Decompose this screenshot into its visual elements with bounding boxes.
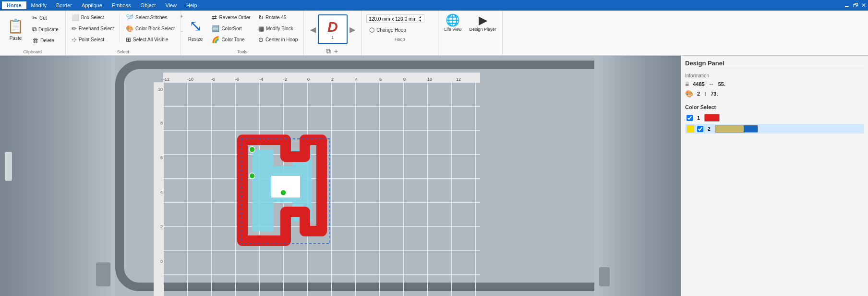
color-row-2[interactable]: 2	[685, 124, 864, 134]
color-2-swatch-part1	[715, 125, 744, 132]
menu-emboss[interactable]: Emboss	[107, 1, 136, 9]
ruler-mark: 8	[160, 121, 163, 125]
delete-icon: 🗑	[32, 37, 38, 44]
selection-handle	[249, 147, 255, 152]
select-stitches-button[interactable]: 🪡 Select Stitches	[123, 12, 178, 23]
color-1-num: 1	[695, 115, 702, 121]
menu-applique[interactable]: Applique	[77, 1, 107, 9]
modify-block-icon: ▦	[258, 25, 264, 32]
color-2-swatch-part2	[744, 125, 758, 132]
reverse-order-icon: ⇄	[212, 14, 217, 21]
freehand-select-icon: ✏	[72, 25, 77, 32]
height-arrow-icon: ↕	[704, 90, 707, 97]
machine-left-panel	[0, 56, 115, 296]
menu-help[interactable]: Help	[181, 1, 202, 9]
info-label: Information	[685, 73, 864, 78]
design-thumbnail[interactable]: D 1	[318, 14, 348, 44]
clipboard-group: 📋 Paste ✂ Cut ⧉ Duplicate 🗑 Delete Clipb…	[0, 11, 66, 55]
color-row-1[interactable]: 1	[685, 113, 864, 123]
clipboard-label: Clipboard	[0, 49, 65, 54]
maximize-icon[interactable]: 🗗	[853, 2, 858, 9]
color-1-checkbox[interactable]	[687, 115, 693, 121]
hoop-size-up-icon[interactable]: ▲	[419, 15, 422, 19]
center-in-hoop-button[interactable]: ⊙ Center in Hoop	[255, 35, 301, 45]
change-hoop-icon: ⬡	[369, 26, 374, 34]
height-value: 73.	[711, 91, 718, 97]
color-2-yellow-indicator	[687, 125, 694, 133]
close-icon[interactable]: ✕	[861, 2, 866, 9]
ruler-mark: 4	[355, 77, 358, 82]
box-select-button[interactable]: ⬜ Box Select	[69, 12, 117, 23]
modify-block-button[interactable]: ▦ Modify Block	[255, 24, 301, 34]
change-hoop-button[interactable]: ⬡ Change Hoop	[366, 25, 424, 35]
design-player-button[interactable]: ▶ Design Player	[467, 12, 499, 34]
ruler-mark: -4	[259, 77, 263, 82]
color-block-select-button[interactable]: 🎨 Color Block Select	[123, 24, 178, 34]
duplicate-button[interactable]: ⧉ Duplicate	[29, 24, 61, 35]
ribbon: 📋 Paste ✂ Cut ⧉ Duplicate 🗑 Delete Clipb…	[0, 11, 868, 56]
hoop-size-value: 120.0 mm x 120.0 mm	[369, 16, 416, 22]
hoop-size-arrows[interactable]: ▲ ▼	[419, 15, 422, 22]
design-num: 1	[331, 35, 334, 40]
menu-object[interactable]: Object	[136, 1, 161, 9]
cut-icon: ✂	[32, 14, 37, 22]
ruler-mark: 0	[307, 77, 310, 82]
design-scroll-right-icon[interactable]: ▶	[350, 25, 355, 34]
hoop-size-down-icon[interactable]: ▼	[419, 19, 422, 22]
color-sort-icon: 🔤	[212, 25, 219, 32]
stitch-count-value: 4485	[693, 81, 704, 87]
ruler-mark: 6	[160, 155, 163, 160]
stitch-count-icon: ≡	[685, 80, 689, 88]
color-count-value: 2	[697, 91, 700, 97]
paste-button[interactable]: 📋 Paste	[3, 12, 28, 46]
reverse-order-button[interactable]: ⇄ Reverse Order	[209, 12, 253, 23]
select-all-visible-button[interactable]: ⊞ Select All Visible	[123, 35, 178, 45]
embroidery-canvas[interactable]	[163, 82, 480, 296]
canvas-area[interactable]: -12 -10 -8 -6 -4 -2 0 2 4 6 8 10 12 10 8…	[0, 56, 681, 296]
color-2-swatch	[715, 125, 758, 133]
color-tone-icon: 🌈	[212, 36, 219, 43]
freehand-select-button[interactable]: ✏ Freehand Select	[69, 24, 117, 34]
design-letter: D	[327, 19, 338, 35]
view-group: 🌐 Life View ▶ Design Player	[438, 11, 502, 55]
delete-button[interactable]: 🗑 Delete	[29, 36, 61, 46]
cut-button[interactable]: ✂ Cut	[29, 13, 61, 23]
center-in-hoop-icon: ⊙	[258, 36, 264, 43]
color-sort-button[interactable]: 🔤 ColorSort	[209, 24, 253, 34]
ruler-mark: 6	[379, 77, 382, 82]
machine-right-panel	[594, 56, 681, 296]
paste-icon: 📋	[7, 18, 24, 34]
right-panel: Design Panel Information ≡ 4485 ↔ 55. 🎨 …	[681, 56, 868, 296]
ruler-left: 10 8 6 4 2 0	[154, 82, 163, 296]
minimize-icon[interactable]: 🗕	[844, 2, 850, 9]
ruler-mark: -12	[163, 77, 169, 82]
menu-modify[interactable]: Modify	[26, 1, 51, 9]
ruler-mark: 12	[456, 77, 461, 82]
width-arrow-icon: ↔	[709, 81, 714, 87]
resize-button[interactable]: ⤡ Resize	[184, 12, 207, 46]
design-add-icon[interactable]: ＋	[333, 47, 339, 56]
hoop-size-dropdown[interactable]: 120.0 mm x 120.0 mm ▲ ▼	[366, 14, 424, 23]
rotate45-button[interactable]: ↻ Rotate 45	[255, 12, 301, 23]
ruler-mark: 4	[160, 190, 163, 195]
life-view-button[interactable]: 🌐 Life View	[441, 12, 464, 34]
design-scroll-left-icon[interactable]: ◀	[310, 25, 316, 34]
machine-arm-right	[599, 267, 610, 286]
menu-home[interactable]: Home	[2, 1, 26, 9]
point-select-button[interactable]: ⊹ Point Select	[69, 35, 117, 45]
resize-icon: ⤡	[189, 17, 202, 35]
select-group: ⬜ Box Select ✏ Freehand Select ⊹ Point S…	[66, 11, 181, 55]
menu-view[interactable]: View	[160, 1, 181, 9]
design-copy-icon[interactable]: ⧉	[326, 47, 331, 56]
color-tone-button[interactable]: 🌈 Color Tone	[209, 35, 253, 45]
ruler-mark: 2	[331, 77, 334, 82]
color-2-checkbox[interactable]	[697, 126, 703, 132]
duplicate-icon: ⧉	[32, 25, 36, 33]
design-player-icon: ▶	[479, 14, 487, 26]
menu-bar: Home Modify Border Applique Emboss Objec…	[0, 0, 868, 11]
rotate45-icon: ↻	[258, 14, 264, 21]
point-select-icon: ⊹	[72, 36, 77, 43]
menu-border[interactable]: Border	[51, 1, 77, 9]
ruler-mark: 2	[160, 224, 163, 229]
ruler-mark: -8	[211, 77, 215, 82]
